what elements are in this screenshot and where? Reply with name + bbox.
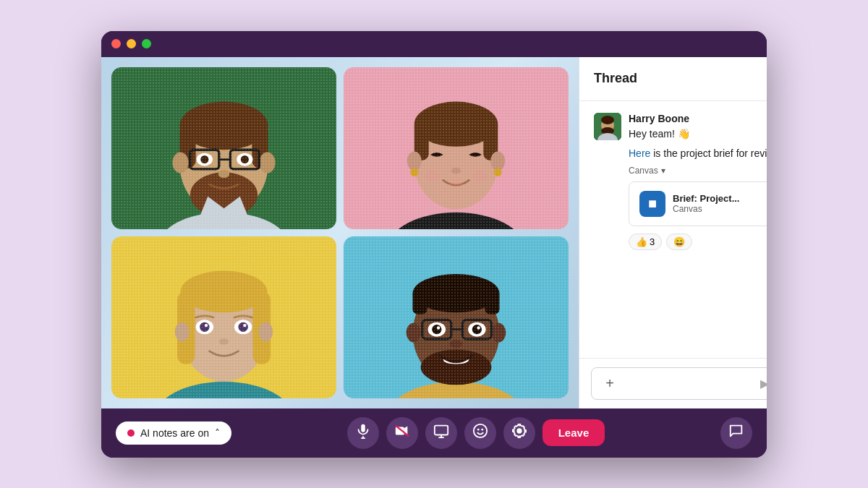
- reaction-smile[interactable]: 😄: [666, 234, 692, 250]
- ai-dot-icon: [127, 429, 135, 437]
- svg-point-15: [200, 155, 208, 163]
- reactions: 👍 3 😄: [629, 234, 767, 250]
- microphone-button[interactable]: [347, 417, 379, 449]
- thumbsup-emoji: 👍: [636, 236, 647, 247]
- svg-point-17: [218, 169, 230, 177]
- toolbar-right: [720, 417, 752, 449]
- microphone-icon: [355, 423, 371, 442]
- toolbar-left: AI notes are on ˄: [116, 421, 231, 445]
- svg-point-49: [243, 323, 246, 326]
- message-item: Harry Boone Hey team! 👋 Here is the proj…: [594, 113, 767, 256]
- svg-point-46: [200, 322, 209, 331]
- svg-point-9: [259, 152, 275, 173]
- title-bar: [101, 31, 767, 57]
- thread-input-area: + ▶ ▼: [579, 358, 767, 408]
- message-greeting: Hey team! 👋: [629, 127, 767, 142]
- svg-point-8: [172, 152, 188, 173]
- screen-share-icon: [433, 423, 449, 442]
- canvas-info: Brief: Project... Canvas: [673, 193, 739, 214]
- main-area: Thread ×: [101, 57, 767, 408]
- minimize-traffic-light[interactable]: [127, 39, 136, 48]
- thread-header: Thread ×: [579, 57, 767, 101]
- svg-point-84: [474, 424, 487, 437]
- smile-emoji: 😄: [673, 236, 685, 247]
- svg-point-48: [205, 323, 208, 326]
- svg-point-42: [175, 322, 190, 341]
- video-cell-3: [111, 236, 336, 398]
- add-button[interactable]: +: [600, 374, 619, 393]
- svg-point-68: [437, 326, 440, 329]
- svg-point-67: [472, 324, 482, 333]
- canvas-label[interactable]: Canvas ▾: [629, 166, 767, 176]
- canvas-label-text: Canvas: [629, 166, 658, 176]
- video-button[interactable]: [386, 417, 418, 449]
- svg-point-31: [451, 167, 461, 174]
- svg-rect-76: [361, 424, 365, 432]
- svg-point-86: [481, 429, 483, 431]
- svg-point-47: [238, 322, 247, 331]
- svg-point-29: [410, 168, 418, 176]
- canvas-attachment[interactable]: ■ Brief: Project... Canvas: [629, 181, 767, 226]
- svg-point-58: [421, 349, 492, 385]
- svg-point-73: [601, 116, 614, 124]
- close-traffic-light[interactable]: [111, 39, 121, 48]
- svg-point-50: [219, 338, 229, 344]
- svg-point-30: [494, 168, 502, 176]
- message-text: Here is the project brief for review.: [629, 146, 767, 161]
- canvas-type: Canvas: [673, 204, 739, 214]
- thread-panel: Thread ×: [579, 57, 767, 408]
- avatar: [594, 113, 621, 140]
- svg-rect-57: [485, 290, 499, 314]
- ai-notes-label: AI notes are on: [140, 427, 209, 439]
- toolbar-center: Leave: [347, 417, 605, 449]
- leave-button[interactable]: Leave: [542, 419, 605, 446]
- svg-point-28: [490, 151, 505, 171]
- video-grid: [101, 57, 579, 408]
- svg-point-70: [450, 340, 463, 348]
- message-link[interactable]: Here: [629, 147, 650, 159]
- maximize-traffic-light[interactable]: [142, 39, 151, 48]
- emoji-button[interactable]: [464, 417, 496, 449]
- thread-toggle-button[interactable]: [720, 417, 752, 449]
- svg-rect-56: [413, 290, 427, 314]
- svg-point-66: [432, 324, 441, 333]
- chat-bubble-icon: [728, 423, 744, 442]
- video-cell-2: [344, 67, 569, 229]
- thumbsup-count: 3: [650, 236, 655, 247]
- ai-notes-chevron-icon: ˄: [215, 427, 220, 439]
- input-box: + ▶ ▼: [591, 367, 767, 400]
- toolbar: AI notes are on ˄: [101, 408, 767, 458]
- svg-rect-81: [435, 426, 448, 435]
- svg-point-41: [181, 270, 268, 312]
- video-cell-4: [344, 236, 569, 398]
- ai-notes-button[interactable]: AI notes are on ˄: [116, 421, 231, 445]
- svg-point-33: [424, 171, 440, 182]
- send-button[interactable]: ▶: [757, 374, 767, 393]
- svg-point-60: [491, 322, 506, 342]
- screen-share-button[interactable]: [425, 417, 457, 449]
- svg-point-32: [448, 176, 464, 186]
- thread-title: Thread: [594, 71, 637, 86]
- svg-point-34: [472, 171, 488, 182]
- thread-content: Harry Boone Hey team! 👋 Here is the proj…: [579, 101, 767, 358]
- main-window: Thread ×: [101, 31, 767, 458]
- message-body: Harry Boone Hey team! 👋 Here is the proj…: [629, 113, 767, 256]
- gear-icon: [511, 423, 527, 442]
- settings-button[interactable]: [503, 417, 535, 449]
- canvas-name: Brief: Project...: [673, 193, 739, 204]
- message-text-after: is the project brief for review.: [650, 147, 767, 159]
- svg-point-69: [477, 326, 480, 329]
- video-cell-1: [111, 67, 336, 229]
- canvas-icon: ■: [639, 191, 665, 217]
- svg-point-85: [477, 429, 480, 431]
- svg-point-26: [414, 112, 498, 141]
- video-icon: [394, 423, 410, 442]
- message-sender: Harry Boone: [629, 113, 767, 124]
- svg-point-27: [407, 151, 422, 171]
- send-area: ▶ ▼: [757, 374, 767, 393]
- reaction-thumbsup[interactable]: 👍 3: [629, 234, 662, 250]
- canvas-chevron-icon: ▾: [661, 166, 665, 176]
- canvas-icon-symbol: ■: [648, 195, 657, 212]
- message-input[interactable]: [625, 377, 752, 389]
- greeting-text: Hey team! 👋: [629, 128, 690, 140]
